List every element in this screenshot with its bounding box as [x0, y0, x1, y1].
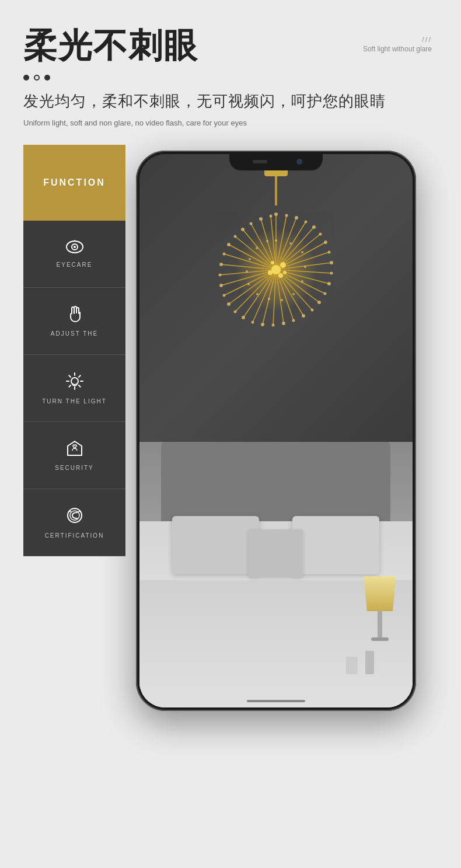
- svg-point-97: [249, 258, 251, 260]
- svg-line-14: [69, 385, 71, 387]
- svg-point-76: [219, 284, 223, 287]
- svg-point-91: [292, 293, 295, 295]
- function-tab-label: FUNCTION: [43, 177, 106, 188]
- notch-sensor: [253, 160, 267, 163]
- notch-camera: [296, 159, 302, 165]
- svg-point-61: [330, 272, 333, 275]
- home-heart-icon: [66, 440, 83, 460]
- svg-point-53: [285, 214, 288, 217]
- svg-point-52: [274, 212, 278, 216]
- svg-point-67: [292, 319, 295, 322]
- sidebar-item-certification[interactable]: CERTIFICATION: [23, 489, 125, 556]
- sidebar-item-eyecare[interactable]: EYECARE: [23, 221, 125, 288]
- svg-point-81: [233, 235, 236, 238]
- left-sidebar: FUNCTION EYECARE: [23, 145, 125, 647]
- svg-line-11: [69, 375, 71, 377]
- sidebar-item-security[interactable]: SECURITY: [23, 422, 125, 489]
- svg-point-90: [301, 280, 303, 283]
- svg-point-75: [222, 294, 225, 297]
- svg-point-56: [312, 225, 316, 229]
- svg-point-85: [269, 215, 272, 218]
- function-tab: FUNCTION: [23, 145, 125, 221]
- svg-point-105: [283, 271, 287, 274]
- svg-point-95: [247, 283, 250, 285]
- svg-point-63: [323, 292, 326, 295]
- ceiling-rod: [275, 176, 277, 205]
- main-content: FUNCTION EYECARE: [23, 145, 438, 711]
- turn-light-label: TURN THE LIGHT: [42, 398, 107, 405]
- phone-screen: [139, 154, 413, 707]
- sidebar-item-turn-light[interactable]: TURN THE LIGHT: [23, 355, 125, 422]
- header-section: 柔光不刺眼 /// Soft light without glare: [23, 23, 438, 69]
- svg-point-98: [256, 247, 258, 249]
- svg-point-86: [275, 239, 277, 242]
- svg-line-5: [79, 242, 79, 243]
- svg-point-74: [227, 302, 230, 306]
- svg-point-101: [280, 262, 286, 268]
- svg-line-12: [78, 385, 80, 387]
- svg-point-58: [324, 240, 327, 244]
- svg-point-68: [282, 322, 285, 325]
- svg-line-4: [70, 242, 71, 243]
- svg-point-66: [302, 314, 305, 318]
- svg-point-104: [271, 261, 274, 264]
- svg-point-103: [278, 273, 283, 278]
- svg-point-93: [268, 298, 270, 300]
- svg-point-102: [268, 270, 273, 275]
- phone-area: [114, 145, 438, 711]
- dot-3: [44, 75, 50, 81]
- subtitle-slashes: ///: [363, 35, 432, 44]
- svg-point-87: [289, 242, 292, 245]
- svg-point-69: [271, 324, 274, 327]
- subtitle-en: Soft light without glare: [363, 45, 432, 53]
- sidebar-item-adjust[interactable]: ADJUST THE: [23, 288, 125, 355]
- svg-point-84: [259, 217, 263, 221]
- svg-point-80: [227, 243, 230, 246]
- svg-point-77: [218, 274, 221, 277]
- desc-zh: 发光均匀，柔和不刺眼，无可视频闪，呵护您的眼睛: [23, 91, 438, 111]
- svg-point-64: [317, 301, 321, 304]
- svg-point-72: [242, 316, 245, 319]
- svg-point-54: [295, 216, 298, 219]
- phone-home-indicator: [247, 700, 305, 702]
- svg-point-96: [246, 270, 248, 273]
- svg-point-82: [241, 228, 245, 231]
- dot-2: [34, 75, 40, 81]
- sun-icon: [65, 372, 84, 393]
- svg-point-94: [256, 293, 259, 295]
- svg-point-57: [319, 233, 322, 236]
- svg-point-73: [233, 311, 236, 313]
- eyecare-label: EYECARE: [57, 262, 93, 268]
- svg-point-2: [74, 246, 76, 248]
- desc-en: Uniform light, soft and non glare, no vi…: [23, 118, 438, 127]
- adjust-label: ADJUST THE: [51, 330, 98, 337]
- svg-point-59: [327, 251, 330, 254]
- svg-point-92: [281, 299, 283, 301]
- security-label: SECURITY: [55, 465, 94, 471]
- room-scene: [139, 154, 413, 707]
- hand-icon: [67, 305, 82, 326]
- phone-notch: [229, 154, 323, 170]
- certification-icon: [65, 506, 84, 528]
- svg-point-62: [327, 282, 331, 285]
- svg-point-100: [271, 265, 281, 274]
- svg-point-55: [304, 221, 307, 224]
- phone-mockup: [136, 151, 416, 711]
- page-wrapper: 柔光不刺眼 /// Soft light without glare 发光均匀，…: [0, 0, 461, 868]
- svg-line-13: [78, 375, 80, 377]
- dots-row: [23, 75, 438, 81]
- svg-point-88: [301, 251, 303, 253]
- subtitle-area: /// Soft light without glare: [363, 35, 432, 53]
- svg-point-89: [304, 266, 306, 268]
- svg-point-79: [222, 253, 225, 256]
- svg-point-6: [71, 378, 78, 385]
- svg-point-70: [261, 323, 264, 326]
- chandelier: [212, 205, 340, 334]
- svg-point-60: [330, 261, 333, 264]
- certification-label: CERTIFICATION: [45, 532, 104, 539]
- svg-point-83: [249, 222, 252, 225]
- svg-point-71: [251, 321, 254, 324]
- svg-point-99: [266, 240, 268, 242]
- eye-icon: [66, 240, 83, 257]
- dot-1: [23, 75, 29, 81]
